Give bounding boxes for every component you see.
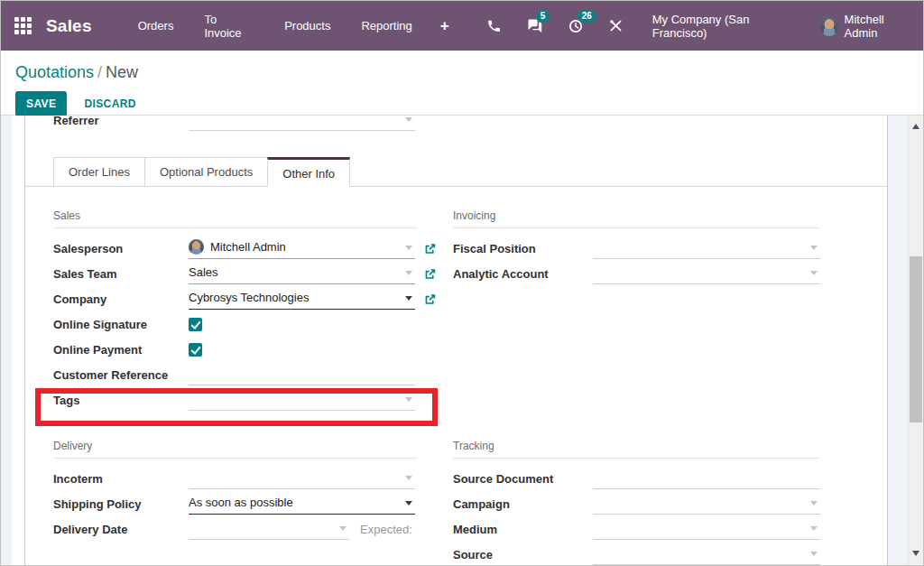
section-sales: Sales bbox=[53, 209, 417, 228]
plus-menu-icon[interactable]: + bbox=[428, 17, 462, 35]
incoterm-input[interactable] bbox=[189, 469, 415, 489]
field-shipping-policy: Shipping Policy As soon as possible bbox=[53, 491, 441, 516]
tab-order-lines[interactable]: Order Lines bbox=[53, 157, 145, 186]
menu-reporting[interactable]: Reporting bbox=[346, 1, 427, 51]
chevron-down-icon[interactable] bbox=[405, 397, 412, 402]
tags-input[interactable] bbox=[189, 390, 415, 411]
online-signature-checkbox[interactable] bbox=[189, 318, 202, 331]
user-avatar[interactable] bbox=[820, 16, 837, 36]
apps-menu-icon[interactable] bbox=[14, 17, 32, 34]
chevron-down-icon[interactable] bbox=[405, 501, 412, 506]
delivery-date-input[interactable] bbox=[189, 519, 349, 540]
chevron-down-icon[interactable] bbox=[405, 296, 412, 301]
field-medium: Medium bbox=[453, 516, 820, 542]
breadcrumb-quotations[interactable]: Quotations bbox=[15, 63, 94, 81]
menu-to-invoice[interactable]: To Invoice bbox=[189, 1, 269, 51]
section-tracking: Tracking bbox=[453, 440, 819, 459]
discard-button[interactable]: DISCARD bbox=[73, 91, 146, 116]
field-online-payment: Online Payment bbox=[53, 337, 441, 362]
breadcrumb-new: New bbox=[106, 63, 138, 81]
chevron-down-icon[interactable] bbox=[810, 552, 818, 556]
phone-icon[interactable] bbox=[486, 18, 502, 33]
salesperson-input[interactable]: Mitchell Admin bbox=[189, 238, 415, 259]
form-sheet: Referrer Order Lines Optional Products O… bbox=[24, 116, 888, 565]
online-payment-checkbox[interactable] bbox=[189, 343, 202, 357]
tools-icon[interactable] bbox=[608, 18, 624, 33]
referrer-label: Referrer bbox=[53, 116, 189, 127]
field-salesperson: Salesperson Mitchell Admin bbox=[53, 236, 464, 261]
chevron-down-icon[interactable] bbox=[339, 526, 346, 531]
source-document-input[interactable] bbox=[593, 469, 820, 489]
user-menu[interactable]: Mitchell Admin bbox=[845, 13, 910, 40]
chevron-down-icon[interactable] bbox=[405, 271, 412, 275]
activities-badge: 26 bbox=[578, 10, 596, 23]
salesperson-avatar bbox=[189, 239, 204, 255]
field-company: Company Cybrosys Technologies bbox=[53, 286, 464, 311]
control-panel: Quotations/New SAVE DISCARD bbox=[1, 51, 923, 116]
app-name[interactable]: Sales bbox=[46, 16, 92, 36]
notebook-tabs: Order Lines Optional Products Other Info bbox=[25, 158, 887, 187]
customer-reference-input[interactable] bbox=[189, 365, 415, 385]
scrollbar-up-arrow[interactable] bbox=[912, 124, 919, 129]
field-campaign: Campaign bbox=[453, 491, 820, 516]
chevron-down-icon[interactable] bbox=[810, 501, 818, 506]
expected-date-label: Expected: bbox=[360, 523, 412, 536]
analytic-account-input[interactable] bbox=[593, 264, 820, 284]
field-source-document: Source Document bbox=[453, 466, 820, 491]
chevron-down-icon[interactable] bbox=[405, 117, 412, 122]
sales-team-input[interactable]: Sales bbox=[189, 264, 415, 284]
external-link-icon[interactable] bbox=[424, 293, 436, 305]
field-analytic-account: Analytic Account bbox=[453, 261, 820, 286]
fiscal-position-input[interactable] bbox=[593, 238, 820, 259]
activities-icon[interactable]: 26 bbox=[568, 18, 584, 34]
field-delivery-date: Delivery Date Expected: bbox=[53, 516, 441, 542]
breadcrumb-separator: / bbox=[94, 63, 106, 81]
section-delivery: Delivery bbox=[53, 440, 417, 459]
referrer-input[interactable] bbox=[189, 116, 415, 131]
shipping-policy-select[interactable]: As soon as possible bbox=[189, 494, 415, 515]
section-invoicing: Invoicing bbox=[453, 209, 819, 228]
field-tags: Tags bbox=[53, 387, 441, 413]
field-fiscal-position: Fiscal Position bbox=[453, 236, 820, 261]
chevron-down-icon[interactable] bbox=[810, 246, 818, 250]
tab-other-info[interactable]: Other Info bbox=[267, 157, 350, 187]
scrollbar-thumb[interactable] bbox=[910, 256, 922, 422]
messages-badge: 5 bbox=[536, 10, 550, 23]
company-select[interactable]: Cybrosys Technologies bbox=[189, 289, 415, 310]
breadcrumb: Quotations/New bbox=[15, 61, 923, 83]
app-window: Sales Orders To Invoice Products Reporti… bbox=[0, 0, 924, 566]
field-source: Source bbox=[453, 542, 820, 565]
source-input[interactable] bbox=[593, 544, 820, 565]
menu-products[interactable]: Products bbox=[269, 1, 346, 51]
sheet-gutter bbox=[12, 116, 24, 565]
medium-input[interactable] bbox=[593, 519, 820, 540]
top-navbar: Sales Orders To Invoice Products Reporti… bbox=[1, 1, 923, 51]
messages-icon[interactable]: 5 bbox=[526, 18, 543, 33]
field-incoterm: Incoterm bbox=[53, 466, 441, 491]
external-link-icon[interactable] bbox=[424, 243, 436, 255]
scrollbar-down-arrow[interactable] bbox=[912, 551, 919, 556]
chevron-down-icon[interactable] bbox=[405, 476, 412, 480]
external-link-icon[interactable] bbox=[424, 268, 436, 280]
tab-optional-products[interactable]: Optional Products bbox=[144, 157, 268, 186]
form-content: Referrer Order Lines Optional Products O… bbox=[1, 116, 923, 565]
company-switcher[interactable]: My Company (San Francisco) bbox=[652, 13, 789, 40]
chevron-down-icon[interactable] bbox=[810, 271, 818, 275]
field-sales-team: Sales Team Sales bbox=[53, 261, 464, 286]
chevron-down-icon[interactable] bbox=[405, 246, 412, 250]
field-customer-reference: Customer Reference bbox=[53, 362, 441, 387]
chevron-down-icon[interactable] bbox=[810, 526, 818, 531]
campaign-input[interactable] bbox=[593, 494, 820, 515]
field-referrer: Referrer bbox=[53, 116, 441, 133]
vertical-scrollbar[interactable] bbox=[908, 116, 923, 565]
menu-orders[interactable]: Orders bbox=[123, 1, 189, 51]
field-online-signature: Online Signature bbox=[53, 311, 441, 337]
save-button[interactable]: SAVE bbox=[15, 91, 67, 116]
